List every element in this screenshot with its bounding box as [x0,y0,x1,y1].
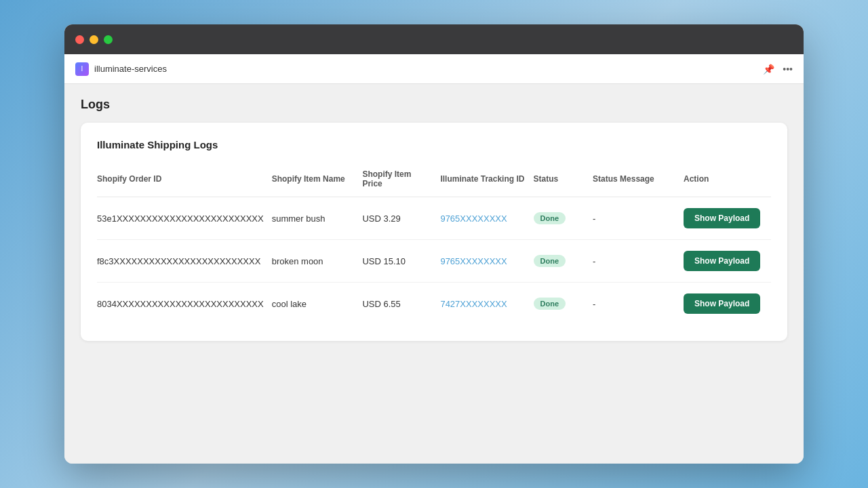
cell-tracking-2: 7427XXXXXXXX [440,283,533,325]
cell-order-1: f8c3XXXXXXXXXXXXXXXXXXXXXXXXX [97,240,272,283]
cell-message-0: - [593,197,684,240]
show-payload-button-0[interactable]: Show Payload [684,208,760,228]
cell-message-2: - [593,283,684,325]
maximize-button[interactable] [104,35,113,44]
page-title: Logs [81,98,787,112]
table-row: 53e1XXXXXXXXXXXXXXXXXXXXXXXXX summer bus… [97,197,771,240]
logs-table: Shopify Order ID Shopify Item Name Shopi… [97,164,771,325]
cell-price-1: USD 15.10 [362,240,440,283]
cell-item-2: cool lake [272,283,363,325]
titlebar [64,24,804,54]
toolbar-right: 📌 ••• [763,64,793,75]
cell-message-1: - [593,240,684,283]
app-icon: I [75,62,89,76]
cell-order-2: 8034XXXXXXXXXXXXXXXXXXXXXXXXX [97,283,272,325]
cell-status-2: Done [534,283,593,325]
more-options-icon[interactable]: ••• [783,64,793,75]
cell-tracking-1: 9765XXXXXXXX [440,240,533,283]
col-header-action: Action [684,164,771,197]
table-row: 8034XXXXXXXXXXXXXXXXXXXXXXXXX cool lake … [97,283,771,325]
status-badge-2: Done [534,298,566,310]
status-badge-1: Done [534,255,566,267]
content-area: Logs Illuminate Shipping Logs Shopify Or… [64,84,804,464]
show-payload-button-2[interactable]: Show Payload [684,293,760,314]
app-icon-label: I [81,65,83,73]
tracking-link-2[interactable]: 7427XXXXXXXX [440,299,507,309]
close-button[interactable] [75,35,84,44]
tracking-link-1[interactable]: 9765XXXXXXXX [440,256,507,266]
minimize-button[interactable] [90,35,98,44]
table-row: f8c3XXXXXXXXXXXXXXXXXXXXXXXXX broken moo… [97,240,771,283]
app-window: I illuminate-services 📌 ••• Logs Illumin… [64,24,804,464]
col-header-price: Shopify Item Price [362,164,440,197]
cell-price-0: USD 3.29 [362,197,440,240]
col-header-item: Shopify Item Name [272,164,363,197]
cell-action-0: Show Payload [684,197,771,240]
cell-tracking-0: 9765XXXXXXXX [440,197,533,240]
col-header-order: Shopify Order ID [97,164,272,197]
cell-status-0: Done [534,197,593,240]
card-title: Illuminate Shipping Logs [97,139,771,150]
show-payload-button-1[interactable]: Show Payload [684,251,760,271]
cell-order-0: 53e1XXXXXXXXXXXXXXXXXXXXXXXXX [97,197,272,240]
toolbar-left: I illuminate-services [75,62,167,76]
app-name-label: illuminate-services [94,64,167,74]
cell-action-1: Show Payload [684,240,771,283]
cell-action-2: Show Payload [684,283,771,325]
cell-price-2: USD 6.55 [362,283,440,325]
col-header-status: Status [534,164,593,197]
logs-card: Illuminate Shipping Logs Shopify Order I… [81,123,787,341]
cell-status-1: Done [534,240,593,283]
col-header-tracking: Illuminate Tracking ID [440,164,533,197]
table-header: Shopify Order ID Shopify Item Name Shopi… [97,164,771,197]
cell-item-0: summer bush [272,197,363,240]
col-header-message: Status Message [593,164,684,197]
table-body: 53e1XXXXXXXXXXXXXXXXXXXXXXXXX summer bus… [97,197,771,325]
pin-icon[interactable]: 📌 [763,64,774,75]
status-badge-0: Done [534,212,566,224]
tracking-link-0[interactable]: 9765XXXXXXXX [440,214,507,224]
toolbar: I illuminate-services 📌 ••• [64,54,804,84]
cell-item-1: broken moon [272,240,363,283]
